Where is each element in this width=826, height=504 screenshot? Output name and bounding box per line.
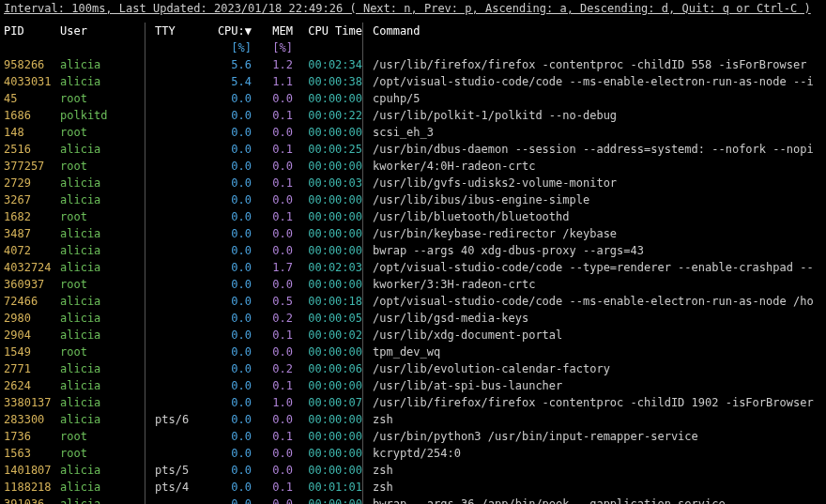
cell-tty: [145, 90, 210, 107]
col-cpu-unit: [%]: [210, 39, 257, 56]
cell-tty: [145, 293, 210, 310]
cell-pid[interactable]: 391036: [4, 496, 60, 504]
cell-cmd: /usr/bin/keybase-redirector /keybase: [362, 225, 822, 242]
process-rows: 958266alicia5.61.200:02:34/usr/lib/firef…: [0, 56, 826, 504]
cell-mem: 1.0: [257, 394, 295, 411]
cell-tty: [145, 344, 210, 360]
cell-pid[interactable]: 4072: [4, 242, 60, 259]
cell-tty: [145, 141, 210, 158]
cell-time: 00:02:03: [295, 259, 362, 276]
cell-cmd: kcryptd/254:0: [362, 445, 822, 462]
cell-mem: 0.1: [257, 428, 295, 445]
col-cmd[interactable]: Command: [362, 23, 822, 39]
cell-pid[interactable]: 72466: [4, 293, 60, 310]
cell-pid[interactable]: 2904: [4, 327, 60, 344]
cell-cmd: /usr/lib/firefox/firefox -contentproc -c…: [362, 56, 822, 73]
cell-tty: pts/5: [145, 462, 210, 479]
cell-pid[interactable]: 2516: [4, 141, 60, 158]
cell-tty: [145, 191, 210, 208]
cell-mem: 1.1: [257, 73, 295, 90]
cell-pid[interactable]: 1682: [4, 208, 60, 225]
cell-pid[interactable]: 1686: [4, 107, 60, 124]
cell-cpu: 0.0: [210, 107, 257, 124]
cell-user: alicia: [60, 56, 145, 73]
cell-cpu: 0.0: [210, 462, 257, 479]
cell-cmd: /usr/bin/dbus-daemon --session --address…: [362, 141, 822, 158]
cell-pid[interactable]: 4033031: [4, 73, 60, 90]
cell-tty: [145, 158, 210, 175]
cell-cmd: kworker/3:3H-radeon-crtc: [362, 276, 822, 293]
cell-mem: 0.0: [257, 191, 295, 208]
col-user[interactable]: User: [60, 23, 145, 39]
cell-pid[interactable]: 45: [4, 90, 60, 107]
col-time[interactable]: CPU Time: [295, 23, 362, 39]
cell-pid[interactable]: 148: [4, 124, 60, 141]
cell-user: alicia: [60, 293, 145, 310]
col-cpu[interactable]: CPU:▼: [210, 23, 257, 39]
process-table: PID User TTY CPU:▼ MEM CPU Time Command …: [0, 17, 826, 56]
cell-pid[interactable]: 360937: [4, 276, 60, 293]
cell-cmd: /usr/lib/at-spi-bus-launcher: [362, 377, 822, 394]
cell-mem: 0.1: [257, 479, 295, 496]
cell-cpu: 0.0: [210, 496, 257, 504]
cell-user: alicia: [60, 327, 145, 344]
cell-pid[interactable]: 1549: [4, 344, 60, 360]
col-pid[interactable]: PID: [4, 23, 60, 39]
cell-cpu: 0.0: [210, 411, 257, 428]
cell-tty: [145, 394, 210, 411]
cell-pid[interactable]: 3487: [4, 225, 60, 242]
cell-mem: 0.0: [257, 225, 295, 242]
cell-time: 00:00:00: [295, 225, 362, 242]
cell-cpu: 0.0: [210, 276, 257, 293]
cell-mem: 0.1: [257, 377, 295, 394]
cell-time: 00:00:00: [295, 191, 362, 208]
cell-tty: [145, 208, 210, 225]
col-mem-unit: [%]: [257, 39, 295, 56]
cell-mem: 0.0: [257, 411, 295, 428]
cell-cpu: 0.0: [210, 191, 257, 208]
cell-mem: 0.0: [257, 445, 295, 462]
cell-cmd: /usr/lib/firefox/firefox -contentproc -c…: [362, 394, 822, 411]
col-tty[interactable]: TTY: [145, 23, 210, 39]
cell-tty: [145, 73, 210, 90]
cell-pid[interactable]: 283300: [4, 411, 60, 428]
cell-user: alicia: [60, 394, 145, 411]
cell-pid[interactable]: 958266: [4, 56, 60, 73]
cell-cmd: /usr/lib/polkit-1/polkitd --no-debug: [362, 107, 822, 124]
cell-pid[interactable]: 3267: [4, 191, 60, 208]
cell-cmd: tpm_dev_wq: [362, 344, 822, 360]
cell-tty: [145, 175, 210, 191]
cell-mem: 0.2: [257, 360, 295, 377]
cell-pid[interactable]: 1401807: [4, 462, 60, 479]
cell-pid[interactable]: 2771: [4, 360, 60, 377]
cell-time: 00:00:00: [295, 428, 362, 445]
cell-cpu: 0.0: [210, 310, 257, 327]
cell-mem: 0.1: [257, 327, 295, 344]
cell-pid[interactable]: 2729: [4, 175, 60, 191]
cell-time: 00:00:00: [295, 208, 362, 225]
cell-user: root: [60, 428, 145, 445]
cell-pid[interactable]: 1736: [4, 428, 60, 445]
cell-tty: [145, 428, 210, 445]
cell-pid[interactable]: 3380137: [4, 394, 60, 411]
cell-pid[interactable]: 1188218: [4, 479, 60, 496]
cell-cmd: /usr/lib/xdg-document-portal: [362, 327, 822, 344]
cell-user: root: [60, 344, 145, 360]
cell-pid[interactable]: 377257: [4, 158, 60, 175]
cell-cpu: 0.0: [210, 327, 257, 344]
cell-pid[interactable]: 2624: [4, 377, 60, 394]
col-mem[interactable]: MEM: [257, 23, 295, 39]
cell-mem: 0.0: [257, 158, 295, 175]
cell-user: alicia: [60, 175, 145, 191]
cell-pid[interactable]: 1563: [4, 445, 60, 462]
cell-time: 00:01:01: [295, 479, 362, 496]
cell-user: root: [60, 158, 145, 175]
cell-mem: 0.0: [257, 276, 295, 293]
cell-time: 00:00:00: [295, 462, 362, 479]
cell-pid[interactable]: 4032724: [4, 259, 60, 276]
cell-mem: 0.0: [257, 462, 295, 479]
cell-time: 00:00:00: [295, 242, 362, 259]
cell-cmd: /usr/lib/gsd-media-keys: [362, 310, 822, 327]
cell-pid[interactable]: 2980: [4, 310, 60, 327]
cell-time: 00:00:25: [295, 141, 362, 158]
